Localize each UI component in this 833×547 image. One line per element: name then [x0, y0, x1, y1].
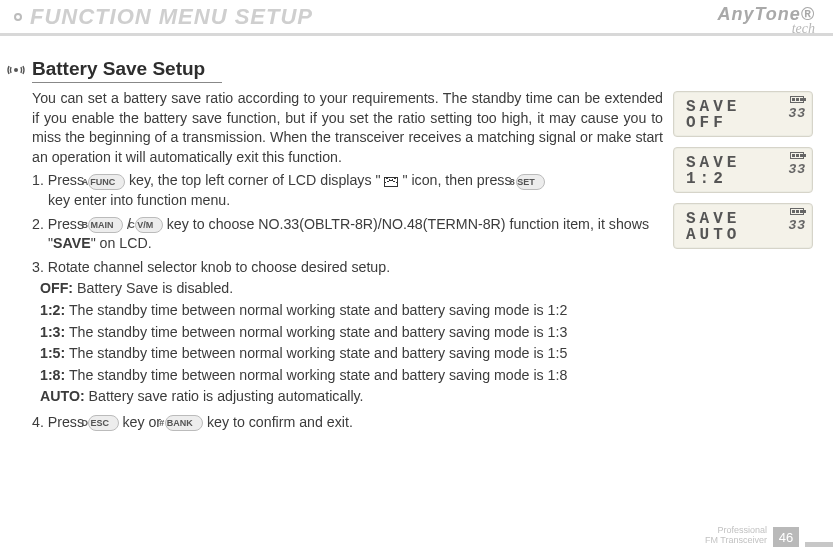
footer-text: Professional FM Transceiver: [705, 526, 767, 547]
step-1-text-c: " icon, then press: [398, 172, 515, 188]
step-1-text-b: key, the top left corner of LCD displays…: [125, 172, 384, 188]
footer-line2: FM Transceiver: [705, 536, 767, 545]
option-18-label: 1:8:: [40, 367, 65, 383]
bank-key-icon: # BANK: [165, 415, 203, 431]
step-4-text-b: key or: [119, 414, 166, 430]
option-12: 1:2: The standby time between normal wor…: [32, 301, 663, 321]
battery-icon: [790, 208, 804, 215]
content-area: Battery Save Setup You can set a battery…: [0, 36, 833, 433]
option-13-text: The standby time between normal working …: [65, 324, 567, 340]
lcd-1-num: 33: [788, 106, 806, 121]
option-12-text: The standby time between normal working …: [65, 302, 567, 318]
option-auto-label: AUTO:: [40, 388, 85, 404]
svg-point-0: [14, 68, 18, 72]
header-bullet-icon: [14, 13, 22, 21]
option-15-label: 1:5:: [40, 345, 65, 361]
step-4-text-c: key to confirm and exit.: [203, 414, 353, 430]
func-key-icon: A FUNC: [88, 174, 125, 190]
option-auto-text: Battery save ratio is adjusting automati…: [85, 388, 364, 404]
footer-bar: [805, 542, 833, 547]
lcd-column: 33 SAVE OFF 33 SAVE 1:2 33 SAVE AUTO: [673, 89, 813, 433]
lcd-2-line2: 1:2: [686, 170, 804, 188]
page-footer: Professional FM Transceiver 46: [705, 526, 833, 547]
option-off-label: OFF:: [40, 280, 73, 296]
step-2: 2. Press B MAIN / C V/M key to choose NO…: [32, 215, 663, 254]
envelope-icon: [384, 177, 398, 187]
step-2-text-d: " on LCD.: [91, 235, 152, 251]
main-key-icon: B MAIN: [88, 217, 123, 233]
step-1-text-d: key enter into function menu.: [48, 192, 230, 208]
vm-key-icon: C V/M: [135, 217, 163, 233]
section-title: Battery Save Setup: [32, 58, 222, 83]
step-2-text-a: 2. Press: [32, 216, 88, 232]
lcd-screen-2: 33 SAVE 1:2: [673, 147, 813, 193]
lcd-3-line2: AUTO: [686, 226, 804, 244]
lcd-screen-3: 33 SAVE AUTO: [673, 203, 813, 249]
lcd-screen-1: 33 SAVE OFF: [673, 91, 813, 137]
lcd-1-line2: OFF: [686, 114, 804, 132]
option-off: OFF: Battery Save is disabled.: [32, 279, 663, 299]
option-15-text: The standby time between normal working …: [65, 345, 567, 361]
step-2-bold: SAVE: [53, 235, 91, 251]
step-4-text-a: 4. Press: [32, 414, 88, 430]
option-18: 1:8: The standby time between normal wor…: [32, 366, 663, 386]
step-4: 4. Press D ESC key or # BANK key to conf…: [32, 413, 663, 433]
battery-icon: [790, 152, 804, 159]
page-header: FUNCTION MENU SETUP AnyTone® tech: [0, 0, 833, 36]
option-18-text: The standby time between normal working …: [65, 367, 567, 383]
esc-key-icon: D ESC: [88, 415, 119, 431]
option-auto: AUTO: Battery save ratio is adjusting au…: [32, 387, 663, 407]
step-1: 1. Press A FUNC key, the top left corner…: [32, 171, 663, 210]
step-3: 3. Rotate channel selector knob to choos…: [32, 258, 663, 278]
set-key-icon: 8 SET: [516, 174, 546, 190]
main-columns: You can set a battery save ratio accordi…: [32, 89, 813, 433]
lcd-2-num: 33: [788, 162, 806, 177]
page-number: 46: [773, 527, 799, 547]
battery-icon: [790, 96, 804, 103]
broadcast-icon: [6, 60, 26, 80]
option-13-label: 1:3:: [40, 324, 65, 340]
header-title: FUNCTION MENU SETUP: [30, 4, 313, 30]
option-12-label: 1:2:: [40, 302, 65, 318]
lcd-3-num: 33: [788, 218, 806, 233]
text-column: You can set a battery save ratio accordi…: [32, 89, 663, 433]
option-13: 1:3: The standby time between normal wor…: [32, 323, 663, 343]
option-15: 1:5: The standby time between normal wor…: [32, 344, 663, 364]
step-1-text-a: 1. Press: [32, 172, 88, 188]
option-off-text: Battery Save is disabled.: [73, 280, 233, 296]
intro-text: You can set a battery save ratio accordi…: [32, 89, 663, 167]
brand-logo: AnyTone® tech: [717, 4, 815, 37]
